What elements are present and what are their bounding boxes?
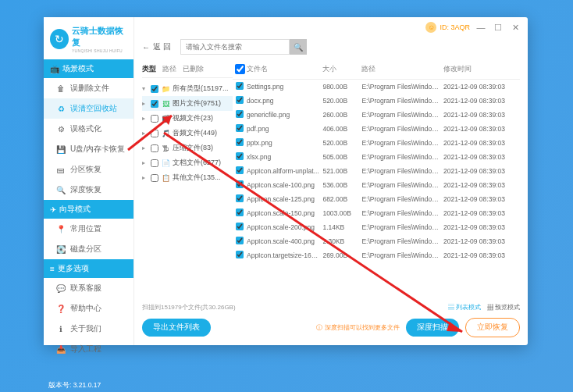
table-row[interactable]: docx.png520.00BE:\Program Files\WindowsA… [233,94,520,108]
table-row[interactable]: xlsx.png505.00BE:\Program Files\WindowsA… [233,150,520,164]
deep-scan-button[interactable]: 深度扫描 [406,319,459,337]
logo-icon: ↻ [50,29,69,49]
file-time: 2021-12-09 08:39:03 [443,209,520,217]
sidebar-item[interactable]: ♻误清空回收站 [44,98,133,119]
search-input[interactable] [180,39,290,55]
table-row[interactable]: AppIcon.altform-unplat...521.00BE:\Progr… [233,164,520,178]
expand-icon[interactable]: ▾ [142,85,148,92]
file-name: AppIcon.altform-unplat... [247,167,322,175]
select-all-checkbox[interactable] [235,64,245,74]
row-checkbox[interactable] [236,166,244,174]
type-icon: 📁 [161,85,170,93]
col-header-size[interactable]: 大小 [322,64,361,76]
tree-item[interactable]: ▸🗜压缩文件(83) [142,141,233,155]
row-checkbox[interactable] [236,180,244,188]
tree-item[interactable]: ▸🎬视频文件(23) [142,111,233,126]
back-button[interactable]: ← 返 回 [142,41,171,52]
file-size: 260.00B [322,111,361,119]
sidebar-item[interactable]: 🔍深度恢复 [44,180,133,200]
tree-tab[interactable]: 已删除 [183,64,204,74]
col-header-path[interactable]: 路径 [361,64,443,76]
table-row[interactable]: pptx.png520.00BE:\Program Files\WindowsA… [233,136,520,150]
tree-checkbox[interactable] [151,159,158,167]
table-row[interactable]: Settings.png980.00BE:\Program Files\Wind… [233,80,520,94]
logo-title: 云骑士数据恢复 [72,25,127,48]
expand-icon[interactable]: ▸ [142,130,148,137]
file-name: xlsx.png [247,153,322,161]
table-row[interactable]: AppIcon.scale-100.png536.00BE:\Program F… [233,178,520,192]
sidebar-item[interactable]: 🖴分区恢复 [44,159,133,180]
recover-button[interactable]: 立即恢复 [465,318,520,337]
sidebar-item[interactable]: 📥导入工程 [44,339,133,359]
tree-checkbox[interactable] [151,174,158,182]
tree-item[interactable]: ▸🖼图片文件(9751) [142,96,233,111]
expand-icon[interactable]: ▸ [142,159,148,166]
tree-checkbox[interactable] [151,115,158,123]
tree-item[interactable]: ▸🎵音频文件(449) [142,126,233,141]
sidebar-item[interactable]: 💾U盘/内存卡恢复 [44,139,133,159]
row-checkbox[interactable] [236,152,244,160]
row-checkbox[interactable] [236,124,244,132]
expand-icon[interactable]: ▸ [142,144,148,151]
tree-tab[interactable]: 路径 [162,64,176,74]
tree-item[interactable]: ▸📋其他文件(135... [142,170,233,185]
expand-icon[interactable]: ▸ [142,174,148,181]
file-name: AppIcon.scale-400.png [247,237,322,245]
file-size: 521.00B [322,167,361,175]
table-row[interactable]: AppIcon.scale-125.png682.00BE:\Program F… [233,192,520,206]
sidebar-item[interactable]: 🗑误删除文件 [44,78,133,98]
row-checkbox[interactable] [236,110,244,118]
expand-icon[interactable]: ▸ [142,100,148,107]
nav-item-icon: 📥 [56,344,66,354]
table-row[interactable]: AppIcon.scale-200.png1.14KBE:\Program Fi… [233,220,520,234]
row-checkbox[interactable] [236,251,244,258]
row-checkbox[interactable] [236,96,244,104]
row-checkbox[interactable] [236,82,244,90]
expand-icon[interactable]: ▸ [142,115,148,122]
tree-item[interactable]: ▾📁所有类型(15197... [142,81,233,96]
row-checkbox[interactable] [236,237,244,244]
search-button[interactable]: 🔍 [290,39,307,55]
tree-tab[interactable]: 类型 [142,64,156,74]
sidebar-item[interactable]: 💽磁盘分区 [44,239,133,259]
col-header-time[interactable]: 修改时间 [443,64,520,76]
tree-checkbox[interactable] [151,144,158,152]
file-time: 2021-12-09 08:39:03 [443,125,520,133]
file-time: 2021-12-09 08:39:03 [443,181,520,189]
col-header-name[interactable]: 文件名 [247,64,322,76]
tree-checkbox[interactable] [151,85,158,93]
table-row[interactable]: pdf.png406.00BE:\Program Files\WindowsAp… [233,122,520,136]
minimize-button[interactable]: — [475,22,487,33]
file-time: 2021-12-09 08:39:03 [443,237,520,245]
tree-item[interactable]: ▸📄文档文件(6277) [142,155,233,170]
export-list-button[interactable]: 导出文件列表 [142,319,211,337]
tree-checkbox[interactable] [151,100,158,108]
maximize-button[interactable]: ☐ [492,22,504,33]
tree-label: 所有类型(15197... [173,84,229,94]
sidebar-item[interactable]: 📍常用位置 [44,219,133,239]
row-checkbox[interactable] [236,208,244,216]
nav-item-icon: ❓ [56,304,66,313]
table-row[interactable]: AppIcon.scale-400.png2.30KBE:\Program Fi… [233,234,520,248]
list-mode-button[interactable]: ▤ 列表模式 [448,303,481,312]
table-row[interactable]: genericfile.png260.00BE:\Program Files\W… [233,108,520,122]
sidebar-item[interactable]: ℹ关于我们 [44,319,133,339]
sidebar-item[interactable]: 💬联系客服 [44,278,133,298]
row-checkbox[interactable] [236,194,244,202]
sidebar-item[interactable]: ❓帮助中心 [44,298,133,319]
preview-mode-button[interactable]: ▦ 预览模式 [487,303,520,312]
app-window: ↻ 云骑士数据恢复 YUNQISHI SHUJU HUIFU 📺场景模式🗑误删除… [44,17,528,345]
section-icon: ✈ [50,205,56,214]
file-path: E:\Program Files\WindowsApps\... [361,83,443,91]
row-checkbox[interactable] [236,223,244,230]
table-row[interactable]: AppIcon.targetsize-16_a...269.00BE:\Prog… [233,248,520,262]
file-path: E:\Program Files\WindowsApps\... [361,181,443,189]
row-checkbox[interactable] [236,138,244,146]
close-button[interactable]: ✕ [509,22,521,33]
file-path: E:\Program Files\WindowsApps\... [361,153,443,161]
sidebar-item[interactable]: ⚙误格式化 [44,119,133,139]
file-path: E:\Program Files\WindowsApps\... [361,251,443,259]
file-name: AppIcon.scale-200.png [247,223,322,231]
table-row[interactable]: AppIcon.scale-150.png1003.00BE:\Program … [233,206,520,220]
tree-checkbox[interactable] [151,130,158,137]
